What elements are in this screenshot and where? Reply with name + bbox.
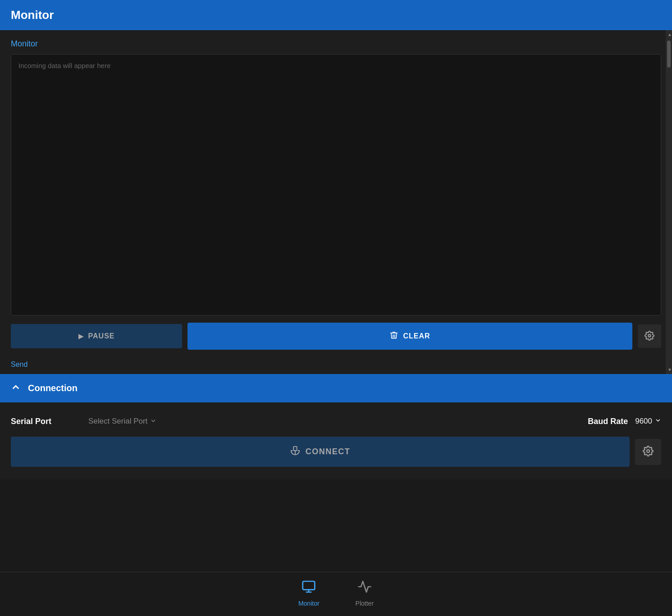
data-display-placeholder: Incoming data will appear here (18, 62, 110, 69)
data-display-area: Incoming data will appear here (11, 54, 661, 315)
monitor-settings-button[interactable] (638, 324, 661, 348)
connection-fields-row: Serial Port Select Serial Port Baud Rate… (11, 415, 661, 428)
connect-label: CONNECT (306, 447, 351, 456)
svg-rect-3 (303, 581, 315, 590)
connect-button[interactable]: CONNECT (11, 437, 630, 467)
pause-label: PAUSE (88, 332, 115, 340)
svg-point-2 (647, 450, 649, 452)
nav-item-plotter[interactable]: Plotter (356, 579, 374, 607)
serial-port-value: Select Serial Port (88, 417, 147, 426)
connection-header[interactable]: Connection (0, 374, 672, 402)
send-section: Send (0, 357, 672, 374)
serial-port-label: Serial Port (11, 417, 74, 426)
gear-icon (645, 331, 654, 342)
connection-content: Serial Port Select Serial Port Baud Rate… (0, 402, 672, 479)
connection-section-title: Connection (28, 383, 78, 393)
clear-button[interactable]: CLEAR (187, 323, 632, 350)
main-scrollable-area: ▲ ▼ Monitor Incoming data will appear he… (0, 30, 672, 374)
scrollbar-track[interactable]: ▲ ▼ (666, 30, 672, 374)
svg-rect-1 (293, 447, 297, 451)
nav-item-monitor[interactable]: Monitor (298, 579, 320, 607)
monitor-section-label: Monitor (11, 39, 661, 49)
connect-plug-icon (290, 446, 300, 458)
plotter-nav-icon (357, 579, 372, 597)
clear-label: CLEAR (403, 332, 430, 340)
button-row: ▶ PAUSE CLEAR (0, 315, 672, 357)
monitor-section: Monitor Incoming data will appear here (0, 30, 672, 315)
monitor-nav-icon (302, 579, 316, 597)
baud-rate-arrow-icon (655, 417, 661, 426)
bottom-nav: Monitor Plotter (0, 572, 672, 616)
plotter-nav-label: Plotter (356, 600, 374, 607)
scroll-thumb[interactable] (667, 41, 671, 68)
pause-icon: ▶ (78, 333, 84, 340)
svg-point-0 (648, 334, 651, 337)
connect-row: CONNECT (11, 437, 661, 467)
serial-port-arrow-icon (150, 418, 156, 425)
bottom-spacer (0, 479, 672, 525)
pause-button[interactable]: ▶ PAUSE (11, 324, 182, 348)
serial-port-dropdown[interactable]: Select Serial Port (85, 415, 160, 428)
trash-icon (389, 331, 398, 342)
connection-gear-icon (643, 446, 654, 458)
monitor-nav-label: Monitor (298, 600, 320, 607)
scroll-up-arrow[interactable]: ▲ (666, 30, 672, 39)
send-label: Send (11, 360, 27, 368)
chevron-up-icon (11, 382, 21, 394)
scroll-down-arrow[interactable]: ▼ (666, 365, 672, 374)
baud-rate-dropdown[interactable]: 9600 (635, 417, 661, 426)
baud-rate-section: Baud Rate 9600 (171, 417, 661, 426)
connection-settings-button[interactable] (635, 439, 661, 465)
baud-rate-value: 9600 (635, 417, 652, 426)
app-title: Monitor (11, 8, 54, 22)
top-header: Monitor (0, 0, 672, 30)
baud-rate-label: Baud Rate (588, 417, 628, 426)
